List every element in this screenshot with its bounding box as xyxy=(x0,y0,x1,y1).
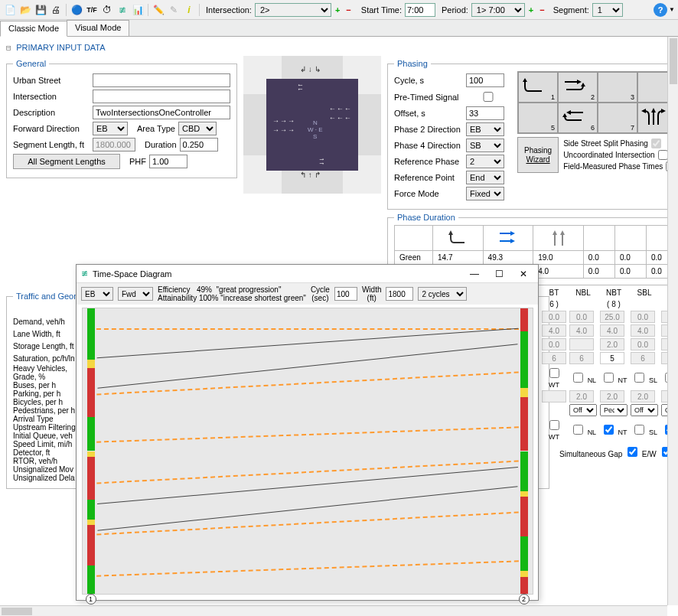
help-icon[interactable]: ? xyxy=(654,3,667,17)
tab-classic[interactable]: Classic Mode xyxy=(0,21,67,37)
segment-label: Segment: xyxy=(553,5,589,15)
description-label: Description xyxy=(13,108,90,117)
partial-cell[interactable] xyxy=(542,338,566,350)
partial-cell[interactable] xyxy=(569,390,594,403)
print-icon[interactable]: 🖨 xyxy=(49,3,63,17)
partial-cell[interactable] xyxy=(600,390,624,403)
partial-cell[interactable] xyxy=(542,390,566,403)
phasing-wizard-button[interactable]: PhasingWizard xyxy=(517,137,559,173)
wand-icon[interactable]: ✎ xyxy=(167,3,181,17)
period-add[interactable]: + xyxy=(526,5,536,15)
ts-titlebar[interactable]: ≢ Time-Space Diagram — ☐ ✕ xyxy=(77,265,538,283)
ts-diagram-icon[interactable]: ≢ xyxy=(116,3,129,17)
partial-chk[interactable] xyxy=(634,373,644,383)
new-file-icon[interactable]: 📄 xyxy=(3,3,17,17)
phf-input[interactable] xyxy=(149,155,187,168)
period-remove[interactable]: − xyxy=(537,5,546,15)
ts-width-input[interactable] xyxy=(386,287,413,301)
help-dropdown-icon[interactable]: ▼ xyxy=(669,6,675,13)
minimize-button[interactable]: — xyxy=(464,266,484,282)
tool-icon-1[interactable]: 🔵 xyxy=(70,3,83,17)
partial-cell[interactable] xyxy=(569,311,594,323)
seg-len-input[interactable] xyxy=(93,138,135,152)
refpoint-select[interactable]: End xyxy=(466,171,504,184)
field-meas-label: Field-Measured Phase Times xyxy=(563,162,663,171)
urban-street-label: Urban Street xyxy=(13,76,90,85)
segment-select[interactable]: 1 xyxy=(592,3,623,17)
description-input[interactable] xyxy=(93,106,230,119)
partial-sel[interactable]: Ped xyxy=(600,404,627,416)
partial-cell[interactable] xyxy=(600,324,624,337)
open-file-icon[interactable]: 📂 xyxy=(18,3,32,17)
duration-input[interactable] xyxy=(180,138,218,152)
partial-chk[interactable] xyxy=(604,373,614,383)
partial-cell[interactable] xyxy=(542,311,566,323)
edit-icon[interactable]: ✏️ xyxy=(152,3,165,17)
chart-icon[interactable]: 📊 xyxy=(131,3,145,17)
ts-toolbar: EB Fwd Efficiency 49% "great progression… xyxy=(77,283,538,305)
h-scrollbar[interactable] xyxy=(0,605,667,616)
ts-cycle-input[interactable] xyxy=(334,287,357,301)
partial-cell[interactable] xyxy=(600,311,624,323)
partial-cell[interactable] xyxy=(631,311,655,323)
partial-cell[interactable] xyxy=(600,338,624,350)
refphase-select[interactable]: 2 xyxy=(466,155,504,168)
urban-street-input[interactable] xyxy=(93,73,230,87)
partial-cell[interactable] xyxy=(542,324,566,337)
close-button[interactable]: ✕ xyxy=(513,266,533,282)
fwd-dir-select[interactable]: EB xyxy=(93,122,128,135)
partial-cell[interactable] xyxy=(631,390,655,403)
intersection-add[interactable]: + xyxy=(333,5,342,15)
p4dir-select[interactable]: SB xyxy=(466,139,504,152)
start-time-input[interactable] xyxy=(405,3,435,17)
tab-visual[interactable]: Visual Mode xyxy=(67,20,129,36)
period-select[interactable]: 1> 7:00 xyxy=(471,3,525,17)
partial-chk[interactable] xyxy=(549,368,559,378)
pretimed-checkbox[interactable] xyxy=(469,92,507,102)
partial-cell[interactable] xyxy=(542,352,566,364)
duration-label: Duration xyxy=(145,140,177,149)
partial-chk[interactable] xyxy=(573,425,583,435)
p2dir-select[interactable]: EB xyxy=(466,122,504,136)
partial-cell[interactable] xyxy=(569,338,594,350)
partial-cell[interactable] xyxy=(631,352,655,364)
partial-cell[interactable] xyxy=(600,352,624,364)
ts-canvas[interactable]: 1 2 xyxy=(82,308,533,595)
offset-input[interactable] xyxy=(466,106,504,120)
partial-sel[interactable]: Off xyxy=(569,404,597,416)
intersection-remove[interactable]: − xyxy=(344,5,353,15)
partial-cell[interactable] xyxy=(569,324,594,337)
pretimed-label: Pre-Timed Signal xyxy=(394,93,463,102)
maximize-button[interactable]: ☐ xyxy=(489,266,509,282)
clock-icon[interactable]: ⏱ xyxy=(100,3,114,17)
partial-chk[interactable] xyxy=(634,425,644,435)
partial-chk[interactable] xyxy=(573,373,583,383)
ts-dir2-select[interactable]: Fwd xyxy=(118,287,153,301)
info-icon[interactable]: i xyxy=(182,3,196,17)
force-select[interactable]: Fixed xyxy=(466,187,504,200)
ts-dir-select[interactable]: EB xyxy=(81,287,113,301)
intersection-diagram: →→→ →→→ ←←← ←←← ↓↓ ↑↑ NW · ES ↰ ↑ ↱ ↲ ↓ … xyxy=(243,56,381,194)
tool-icon-tf[interactable]: T/F xyxy=(85,3,99,17)
uncoord-checkbox[interactable] xyxy=(658,150,668,160)
traffic-row-label: Heavy Vehicles, xyxy=(13,364,80,373)
uncoord-label: Uncoordinated Intersection xyxy=(563,151,655,159)
ts-cycles-select[interactable]: 2 cycles xyxy=(418,287,467,301)
area-type-select[interactable]: CBD xyxy=(178,122,217,135)
ew-chk[interactable] xyxy=(627,447,637,457)
partial-cell[interactable] xyxy=(631,324,655,337)
partial-chk[interactable] xyxy=(604,425,614,435)
all-seg-lengths-button[interactable]: All Segment Lengths xyxy=(13,154,120,169)
intersection-name-input[interactable] xyxy=(93,90,230,103)
partial-cell[interactable] xyxy=(569,352,594,364)
cycle-input[interactable] xyxy=(466,73,504,87)
save-icon[interactable]: 💾 xyxy=(34,3,47,17)
partial-cell[interactable] xyxy=(631,338,655,350)
traffic-row-label: Grade, % xyxy=(13,373,80,381)
intersection-select[interactable]: 2> xyxy=(255,3,331,17)
seg-len-label: Segment Length, ft xyxy=(13,140,90,149)
v-scrollbar[interactable] xyxy=(667,37,678,605)
partial-chk[interactable] xyxy=(549,420,559,430)
partial-sel[interactable]: Off xyxy=(631,404,658,416)
primary-input-header[interactable]: PRIMARY INPUT DATA xyxy=(6,43,672,53)
